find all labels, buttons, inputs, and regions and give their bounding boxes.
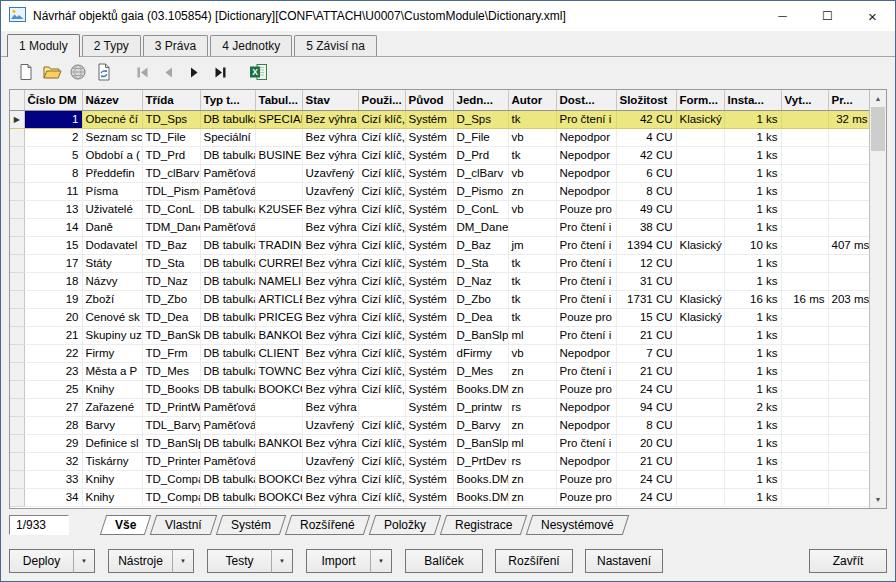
grid-cell[interactable]: K2USER [255,200,302,218]
grid-cell[interactable]: Cizí klíč,Při [358,416,405,434]
grid-cell[interactable]: 1 ks [724,488,781,506]
grid-cell[interactable]: Pouze pro [556,470,616,488]
grid-cell[interactable]: D_Mes [453,362,508,380]
grid-cell[interactable]: Nepodpor [556,416,616,434]
minimize-button[interactable]: ─ [760,1,805,31]
grid-cell[interactable] [828,470,869,488]
grid-cell[interactable]: Pro čtení i [556,290,616,308]
refresh-document-icon[interactable] [91,59,117,85]
grid-cell[interactable]: 1 ks [724,200,781,218]
scrollbar-track[interactable] [870,107,886,491]
grid-cell[interactable]: TRADINGF [255,236,302,254]
grid-cell[interactable]: D_Dea [453,308,508,326]
grid-cell[interactable]: zn [508,470,556,488]
button-import-dropdown[interactable]: ▼ [371,549,392,573]
grid-cell[interactable]: 2 ks [724,398,781,416]
grid-cell[interactable]: Barvy [82,416,142,434]
grid-cell[interactable]: 25 [24,380,82,398]
grid-cell[interactable] [828,434,869,452]
sheet-tab-rozsirene[interactable]: Rozšířené [285,515,370,535]
grid-cell[interactable]: Bez výhra [302,110,358,128]
grid-cell[interactable]: Klasický [676,290,724,308]
grid-cell[interactable]: zn [508,416,556,434]
grid-cell[interactable]: 203 ms [828,290,869,308]
sheet-tab-registrace[interactable]: Registrace [440,515,528,535]
grid-cell[interactable]: TD_Prd [142,146,200,164]
grid-cell[interactable]: 19 [24,290,82,308]
grid-cell[interactable]: 4 CU [616,128,676,146]
grid-cell[interactable]: Seznam sc [82,128,142,146]
grid-cell[interactable]: D_printw [453,398,508,416]
grid-cell[interactable]: 1 ks [724,344,781,362]
grid-cell[interactable]: Bez výhra [302,272,358,290]
grid-cell[interactable]: 8 CU [616,182,676,200]
grid-cell[interactable]: 16 ms [781,290,828,308]
nav-next-icon[interactable] [181,59,207,85]
grid-cell[interactable]: D_File [453,128,508,146]
grid-cell[interactable]: D_Sps [453,110,508,128]
grid-cell[interactable]: TD_Zbo [142,290,200,308]
grid-cell[interactable]: Pro čtení i [556,434,616,452]
grid-cell[interactable]: BOOKCON [255,470,302,488]
column-header[interactable]: Třída [142,90,200,110]
grid-cell[interactable]: Cizí klíč,Při [358,236,405,254]
grid-cell[interactable]: Systém [405,182,453,200]
grid-cell[interactable]: Pro čtení i [556,272,616,290]
grid-cell[interactable]: 94 CU [616,398,676,416]
grid-cell[interactable]: 1731 CU [616,290,676,308]
grid-cell[interactable]: Bez výhra [302,488,358,506]
button-deploy-dropdown[interactable]: ▼ [74,549,95,573]
grid-cell[interactable] [828,308,869,326]
grid-cell[interactable]: Paměťová [200,218,255,236]
grid-cell[interactable]: TD_Frm [142,344,200,362]
grid-cell[interactable]: TD_Baz [142,236,200,254]
grid-cell[interactable] [828,128,869,146]
grid-cell[interactable]: Bez výhra [302,218,358,236]
grid-cell[interactable] [781,380,828,398]
grid-cell[interactable]: TD_BanSk [142,326,200,344]
globe-icon[interactable] [65,59,91,85]
grid-cell[interactable] [781,164,828,182]
grid-cell[interactable]: Nepodpor [556,452,616,470]
grid-cell[interactable]: Cizí klíč,Při [358,128,405,146]
tab-2-typy[interactable]: 2 Typy [82,35,141,56]
grid-cell[interactable]: 23 [24,362,82,380]
grid-cell[interactable]: TDL_Pismo [142,182,200,200]
grid-cell[interactable] [255,128,302,146]
grid-cell[interactable]: TD_Sps [142,110,200,128]
grid-cell[interactable]: 32 ms [828,110,869,128]
column-header[interactable]: Číslo DM [24,90,82,110]
grid-cell[interactable]: 21 CU [616,452,676,470]
grid-cell[interactable]: Bez výhra [302,290,358,308]
grid-cell[interactable]: zn [508,362,556,380]
grid-cell[interactable]: Města a P [82,362,142,380]
grid-cell[interactable]: vb [508,164,556,182]
button-nastaveni[interactable]: Nastavení [585,549,663,573]
grid-cell[interactable]: tk [508,308,556,326]
grid-cell[interactable]: TD_clBarv [142,164,200,182]
grid-cell[interactable]: Bez výhra [302,254,358,272]
grid-cell[interactable]: ARTICLE [255,290,302,308]
grid-cell[interactable] [781,272,828,290]
grid-cell[interactable] [676,272,724,290]
grid-cell[interactable]: Dodavatel [82,236,142,254]
grid-cell[interactable]: Cizí klíč,Při [358,326,405,344]
grid-cell[interactable]: TOWNCO! [255,362,302,380]
grid-cell[interactable]: D_Prd [453,146,508,164]
grid-cell[interactable]: Cizí klíč,Při [358,290,405,308]
grid-cell[interactable]: zn [508,182,556,200]
grid-cell[interactable] [781,452,828,470]
grid-cell[interactable]: Daně [82,218,142,236]
grid-cell[interactable]: TD_ConL [142,200,200,218]
grid-cell[interactable]: 8 [24,164,82,182]
grid-cell[interactable]: TD_Dea [142,308,200,326]
grid-cell[interactable]: Názvy [82,272,142,290]
column-header[interactable]: Autor [508,90,556,110]
grid-cell[interactable] [255,164,302,182]
grid-cell[interactable]: Systém [405,218,453,236]
grid-cell[interactable] [676,416,724,434]
grid-cell[interactable]: D_BanSlp [453,434,508,452]
grid-cell[interactable]: D_BanSlp [453,326,508,344]
grid-cell[interactable]: 1394 CU [616,236,676,254]
grid-cell[interactable]: 18 [24,272,82,290]
